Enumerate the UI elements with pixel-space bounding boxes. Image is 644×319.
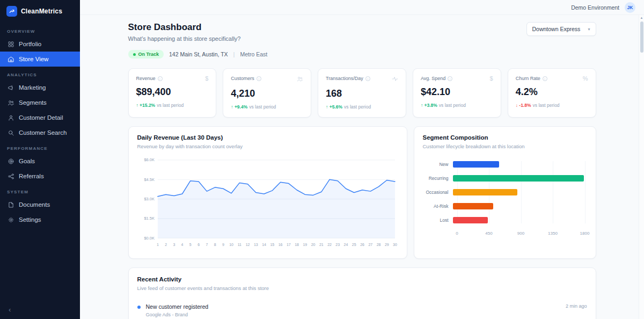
kpi-delta-note: vs last period (533, 103, 560, 108)
scrollbar-up-arrow[interactable]: ▲ (639, 16, 644, 19)
svg-text:13: 13 (253, 243, 258, 247)
scrollbar-thumb[interactable] (640, 21, 643, 53)
sidebar-item-customer-detail[interactable]: Customer Detail (0, 110, 80, 125)
sidebar-section-label-analytics: Analytics (0, 67, 80, 80)
svg-text:$6.0K: $6.0K (144, 157, 155, 162)
store-selector-value: Downtown Express (532, 26, 581, 32)
svg-text:17: 17 (286, 243, 290, 247)
sidebar: CleanMetrics OverviewPortfolioStore View… (0, 0, 80, 319)
kpi-label: Churn Rate i (516, 76, 547, 81)
segment-bar[interactable] (453, 217, 488, 223)
segment-bar-chart: NewRecurringOccasionalAt-RiskLost0450900… (423, 161, 587, 237)
info-icon[interactable]: i (543, 76, 547, 81)
segment-bar[interactable] (453, 161, 499, 168)
kpi-delta-value: ↓ -1.8% (516, 103, 531, 108)
store-selector[interactable]: Downtown Express ▾ (526, 22, 596, 36)
svg-text:10: 10 (229, 243, 233, 247)
sidebar-item-label: Goals (19, 158, 35, 164)
info-icon[interactable]: i (257, 76, 261, 81)
daily-revenue-subtitle: Revenue by day with transaction count ov… (137, 143, 398, 149)
axis-tick-label: 450 (485, 231, 492, 236)
daily-revenue-line-chart: $0.0K$1.5K$3.0K$4.5K$6.0K123456789101112… (137, 156, 398, 250)
segment-bar-track (453, 189, 585, 195)
sidebar-item-settings[interactable]: Settings (0, 212, 80, 227)
sidebar-item-label: Segments (19, 99, 47, 106)
daily-revenue-card: Daily Revenue (Last 30 Days) Revenue by … (128, 126, 407, 259)
recent-activity-title: Recent Activity (137, 276, 587, 282)
kpi-delta-value: ↑ +15.2% (136, 103, 156, 108)
segment-bar-axis: 045090013501800 (457, 231, 585, 237)
sidebar-item-goals[interactable]: Goals (0, 154, 80, 169)
info-icon[interactable]: i (365, 76, 370, 81)
sidebar-collapse-button[interactable]: ‹ (4, 303, 15, 316)
info-icon[interactable]: i (448, 76, 452, 81)
activity-list: New customer registeredGoogle Ads - Bran… (137, 299, 587, 319)
sidebar-item-label: Marketing (19, 84, 46, 91)
info-icon[interactable]: i (158, 76, 163, 81)
sidebar-item-portfolio[interactable]: Portfolio (0, 37, 80, 52)
kpi-value: 4,210 (231, 88, 303, 99)
sidebar-item-store-view[interactable]: Store View (0, 52, 80, 67)
segment-bar-track (453, 203, 585, 209)
axis-tick-label: 900 (517, 231, 524, 236)
activity-time: 2 min ago (566, 303, 587, 309)
svg-text:22: 22 (327, 243, 332, 247)
kpi-delta-value: ↑ +5.6% (326, 104, 342, 110)
kpi-delta: ↓ -1.8%vs last period (516, 103, 588, 108)
svg-text:8: 8 (214, 243, 216, 247)
segment-bar-track (453, 175, 585, 182)
svg-text:9: 9 (222, 243, 224, 247)
svg-text:25: 25 (352, 243, 356, 247)
status-dot-icon (133, 53, 136, 56)
segment-bar[interactable] (453, 175, 584, 182)
segment-bar-row-recurring: Recurring (423, 175, 587, 182)
svg-text:30: 30 (393, 243, 397, 247)
svg-text:29: 29 (384, 243, 389, 247)
app-logo: CleanMetrics (0, 0, 80, 23)
sidebar-item-label: Customer Detail (19, 114, 63, 121)
kpi-label: Revenue i (136, 76, 163, 81)
kpi-label: Customers i (231, 76, 261, 81)
activity-body: New customer registeredGoogle Ads - Bran… (146, 303, 560, 317)
avatar[interactable]: JK (625, 2, 635, 13)
sidebar-item-segments[interactable]: Segments (0, 95, 80, 110)
kpi-delta: ↑ +3.8%vs last period (421, 103, 493, 108)
axis-tick-label: 1350 (548, 231, 558, 236)
percent-icon: % (583, 76, 588, 82)
kpi-delta-note: vs last period (249, 104, 276, 110)
users-icon (7, 99, 14, 106)
segment-composition-card: Segment Composition Customer lifecycle b… (414, 126, 596, 259)
sidebar-item-marketing[interactable]: Marketing (0, 80, 80, 95)
topbar: Demo Environment JK (80, 0, 644, 15)
sidebar-item-customer-search[interactable]: Customer Search (0, 125, 80, 140)
segment-bar[interactable] (453, 203, 493, 209)
svg-text:18: 18 (295, 243, 299, 247)
segment-bar-track (453, 217, 585, 223)
kpi-card-transactions-day: Transactions/Day i168↑ +5.6%vs last peri… (318, 68, 406, 118)
kpi-card-churn-rate: Churn Rate i%4.2%↓ -1.8%vs last period (508, 68, 596, 118)
charts-row: Daily Revenue (Last 30 Days) Revenue by … (128, 126, 596, 259)
app-name: CleanMetrics (21, 8, 62, 15)
document-icon (7, 201, 14, 208)
page-header: Store Dashboard What's happening at this… (128, 22, 596, 42)
sidebar-item-documents[interactable]: Documents (0, 197, 80, 212)
activity-title: New customer registered (146, 303, 560, 310)
daily-revenue-chart: $0.0K$1.5K$3.0K$4.5K$6.0K123456789101112… (137, 156, 398, 252)
svg-text:$3.0K: $3.0K (144, 197, 155, 201)
svg-text:19: 19 (303, 243, 307, 247)
segment-bar[interactable] (453, 189, 517, 195)
kpi-label: Transactions/Day i (326, 76, 370, 81)
sidebar-item-referrals[interactable]: Referrals (0, 169, 80, 184)
segment-bar-label: At-Risk (423, 204, 453, 209)
app-root: CleanMetrics OverviewPortfolioStore View… (0, 0, 644, 319)
user-icon (7, 114, 14, 121)
environment-label: Demo Environment (571, 4, 619, 11)
svg-text:28: 28 (376, 243, 380, 247)
svg-text:27: 27 (368, 243, 372, 247)
page-subtitle: What's happening at this store specifica… (128, 35, 241, 42)
kpi-value: $89,400 (136, 86, 209, 98)
svg-text:15: 15 (270, 243, 274, 247)
sidebar-nav: OverviewPortfolioStore ViewAnalyticsMark… (0, 23, 80, 227)
chevron-down-icon: ▾ (588, 27, 590, 32)
segment-composition-title: Segment Composition (423, 134, 587, 141)
